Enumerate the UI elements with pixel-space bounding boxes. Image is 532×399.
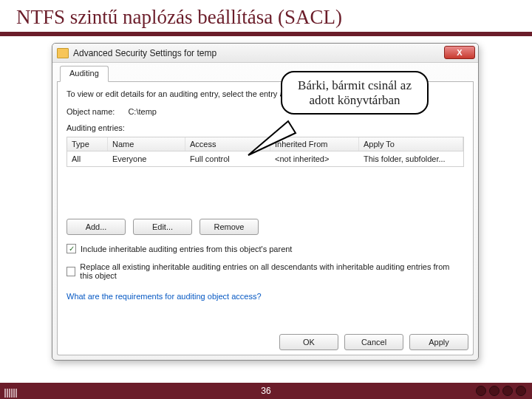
add-button[interactable]: Add... [66, 219, 126, 235]
include-inheritable-checkbox[interactable]: ✓ [66, 244, 76, 253]
svg-marker-0 [248, 121, 296, 155]
page-number: 36 [261, 386, 270, 396]
callout-tail-icon [242, 117, 301, 161]
edit-button[interactable]: Edit... [133, 219, 192, 235]
include-inheritable-label: Include inheritable auditing entries fro… [81, 245, 292, 253]
help-link[interactable]: What are the requirements for auditing o… [66, 292, 262, 301]
folder-icon [57, 48, 69, 58]
slide-footer: 36 [0, 383, 532, 399]
footer-logo-icon [4, 389, 17, 398]
tab-auditing[interactable]: Auditing [60, 66, 109, 82]
replace-inheritable-row: Replace all existing inheritable auditin… [66, 262, 464, 280]
apply-button[interactable]: Apply [409, 334, 468, 350]
callout: Bárki, bármit csinál az adott könyvtárba… [281, 71, 429, 115]
badge-icon [489, 386, 499, 396]
col-apply[interactable]: Apply To [359, 137, 463, 151]
object-name-value: C:\temp [128, 107, 157, 116]
entry-buttons: Add... Edit... Remove [66, 219, 464, 235]
replace-inheritable-checkbox[interactable] [66, 267, 75, 276]
badge-icon [502, 386, 513, 396]
callout-bubble: Bárki, bármit csinál az adott könyvtárba… [281, 71, 429, 115]
badge-icon [476, 386, 486, 396]
slide-title: NTFS szintű naplózás beállítása (SACL) [0, 0, 532, 32]
badge-icon [516, 386, 526, 396]
col-name[interactable]: Name [108, 137, 185, 151]
cell-type: All [67, 153, 108, 165]
ok-button[interactable]: OK [279, 334, 338, 350]
footer-badges [476, 386, 526, 396]
cell-name: Everyone [108, 153, 185, 165]
include-inheritable-row: ✓ Include inheritable auditing entries f… [66, 244, 464, 253]
remove-button[interactable]: Remove [200, 219, 259, 235]
cancel-button[interactable]: Cancel [344, 334, 403, 350]
close-button[interactable]: X [444, 46, 475, 59]
cell-apply: This folder, subfolder... [359, 153, 463, 165]
col-type[interactable]: Type [67, 137, 108, 151]
replace-inheritable-label: Replace all existing inheritable auditin… [80, 262, 464, 280]
object-name-label: Object name: [66, 107, 115, 116]
close-icon: X [457, 48, 462, 57]
dialog-title: Advanced Security Settings for temp [73, 48, 216, 58]
dialog-buttons: OK Cancel Apply [279, 334, 468, 350]
titlebar[interactable]: Advanced Security Settings for temp X [52, 44, 478, 63]
title-underline [0, 32, 532, 36]
